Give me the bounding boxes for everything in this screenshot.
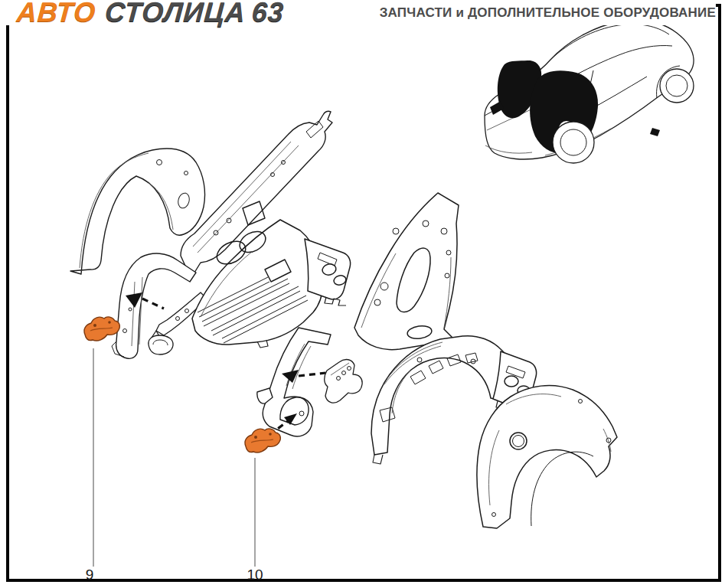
brand-logo-63: 63 (250, 0, 285, 28)
part-u-clip (149, 335, 173, 354)
part-striker-bracket (325, 360, 362, 403)
highlighted-part-10[interactable] (245, 429, 280, 452)
highlighted-part-9[interactable] (84, 317, 119, 341)
brand-logo-auto: АВТО (16, 0, 97, 28)
car-overview-illustration (485, 20, 694, 163)
part-c-pillar-inner (354, 193, 459, 350)
header-bar: АВТОСТОЛИЦА63 ЗАПЧАСТИ и ДОПОЛНИТЕЛЬНОЕ … (0, 0, 716, 25)
part-number-label-9[interactable]: 9 (76, 567, 103, 583)
catalog-page: АВТОСТОЛИЦА63 ЗАПЧАСТИ и ДОПОЛНИТЕЛЬНОЕ … (0, 0, 725, 588)
header-tagline: ЗАПЧАСТИ и ДОПОЛНИТЕЛЬНОЕ ОБОРУДОВАНИЕ (380, 5, 716, 21)
part-wheel-arch-outer (477, 385, 617, 528)
part-number-label-10[interactable]: 10 (241, 567, 269, 583)
part-pillar-lower-center (257, 328, 331, 436)
brand-logo-stolica: СТОЛИЦА (104, 0, 247, 28)
parts-diagram (0, 0, 725, 588)
brand-logo[interactable]: АВТОСТОЛИЦА63 (16, 0, 292, 28)
